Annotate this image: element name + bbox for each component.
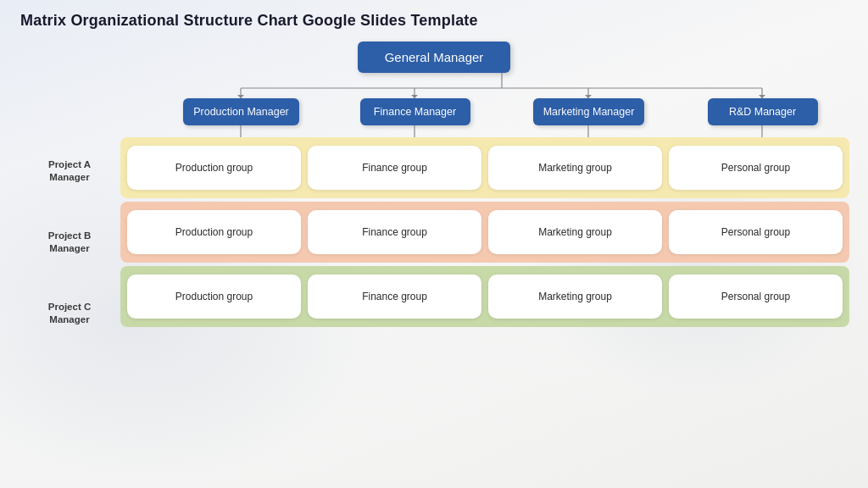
project-row-a: Production group Finance group Marketing… bbox=[120, 137, 849, 198]
top-node: General Manager bbox=[358, 42, 511, 73]
svg-marker-9 bbox=[759, 95, 765, 98]
top-connectors bbox=[154, 73, 849, 98]
slide-title: Matrix Organizational Structure Chart Go… bbox=[20, 12, 848, 30]
project-labels-col: Project A Manager Project B Manager Proj… bbox=[19, 137, 120, 344]
cell-c-production: Production group bbox=[127, 274, 301, 319]
manager-col-marketing: Marketing Manager bbox=[502, 98, 676, 125]
cell-a-production: Production group bbox=[127, 146, 301, 190]
cell-a-finance: Finance group bbox=[308, 146, 481, 190]
cell-b-finance: Finance group bbox=[308, 210, 481, 254]
project-row-c: Production group Finance group Marketing… bbox=[120, 266, 849, 327]
mgr-connector-svg bbox=[154, 125, 849, 137]
project-a-label: Project A Manager bbox=[19, 141, 120, 202]
cell-c-finance: Finance group bbox=[308, 274, 481, 319]
matrix-area: Project A Manager Project B Manager Proj… bbox=[19, 137, 849, 344]
rnd-manager-box: R&D Manager bbox=[708, 98, 818, 125]
manager-col-rnd: R&D Manager bbox=[676, 98, 849, 125]
project-b-label: Project B Manager bbox=[19, 212, 120, 273]
cell-b-personal: Personal group bbox=[669, 210, 843, 254]
cell-a-marketing: Marketing group bbox=[488, 146, 662, 190]
managers-row: Production Manager Finance Manager Marke… bbox=[154, 98, 849, 125]
org-chart: General Manager bbox=[20, 42, 848, 344]
project-c-label: Project C Manager bbox=[19, 283, 120, 344]
manager-col-finance: Finance Manager bbox=[328, 98, 502, 125]
production-manager-box: Production Manager bbox=[183, 98, 299, 125]
connector-svg bbox=[154, 73, 849, 98]
finance-manager-box: Finance Manager bbox=[360, 98, 470, 125]
manager-col-production: Production Manager bbox=[154, 98, 328, 125]
project-row-b: Production group Finance group Marketing… bbox=[120, 202, 849, 263]
svg-marker-6 bbox=[237, 95, 244, 98]
svg-marker-8 bbox=[585, 95, 592, 98]
manager-connectors bbox=[154, 125, 849, 137]
cell-b-production: Production group bbox=[127, 210, 301, 254]
cell-a-personal: Personal group bbox=[669, 146, 843, 190]
svg-marker-7 bbox=[411, 95, 418, 98]
marketing-manager-box: Marketing Manager bbox=[533, 98, 645, 125]
grid-area: Production group Finance group Marketing… bbox=[120, 137, 849, 344]
cell-c-marketing: Marketing group bbox=[488, 274, 662, 319]
slide: Matrix Organizational Structure Chart Go… bbox=[0, 0, 868, 488]
cell-c-personal: Personal group bbox=[669, 274, 843, 319]
general-manager-box: General Manager bbox=[358, 42, 511, 73]
cell-b-marketing: Marketing group bbox=[488, 210, 662, 254]
